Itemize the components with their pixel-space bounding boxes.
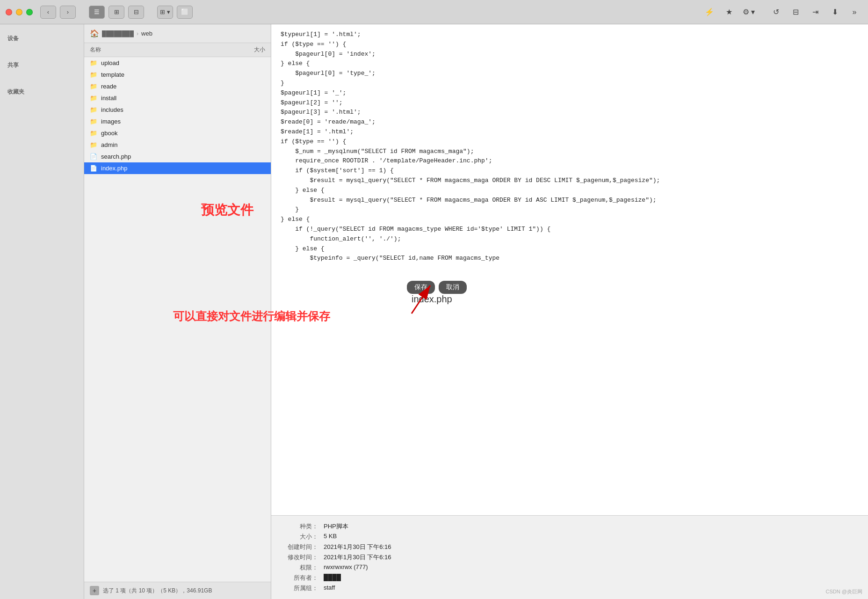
info-row-value: 2021年1月30日 下午6:16 [324,543,391,551]
info-row: 创建时间：2021年1月30日 下午6:16 [281,542,859,552]
cancel-button[interactable]: 取消 [439,281,467,294]
folder-icon: 📁 [90,71,97,78]
reload-icon-button[interactable]: ↺ [768,6,784,19]
info-row: 大小：5 KB [281,532,859,542]
info-row-value: PHP脚本 [324,522,348,531]
code-content[interactable]: $typeurl[1] = '.html'; if ($type == '') … [271,24,868,515]
info-row: 种类：PHP脚本 [281,521,859,532]
list-item[interactable]: 📁images [84,116,271,127]
list-item[interactable]: 📄index.php [84,162,271,174]
view-grid-button[interactable]: ⊟ [128,6,144,19]
view-cover-button[interactable]: ⬜ [177,6,193,19]
breadcrumb-path: web [141,30,152,37]
star-icon-button[interactable]: ★ [721,6,737,19]
traffic-lights [6,9,33,15]
list-item[interactable]: 📁template [84,69,271,80]
file-name: images [101,118,233,125]
info-row: 所有者：████ [281,573,859,583]
sidebar-section-devices: 设备 [4,32,80,44]
file-list-footer: + 选了 1 项（共 10 项）（5 KB），346.91GB [84,582,271,599]
info-row-value: 2021年1月30日 下午6:16 [324,553,391,562]
info-row-value: staff [324,584,335,592]
list-item[interactable]: 📁gbook [84,127,271,139]
info-row: 权限：rwxrwxrwx (777) [281,562,859,573]
info-row: 修改时间：2021年1月30日 下午6:16 [281,552,859,562]
info-row-label: 创建时间： [281,543,318,551]
terminal-icon-button[interactable]: ⊟ [788,6,803,19]
folder-icon: 📁 [90,141,97,148]
file-name: admin [101,141,233,148]
more-icon-button[interactable]: » [846,6,862,19]
maximize-button[interactable] [26,9,33,15]
breadcrumb: 🏠 ████████ › web [84,24,271,43]
list-item[interactable]: 📁includes [84,104,271,116]
download-icon-button[interactable]: ⬇ [827,6,843,19]
folder-icon: 📁 [90,83,97,90]
info-row-label: 大小： [281,533,318,541]
file-name: template [101,71,233,78]
file-browser: 🏠 ████████ › web 名称 大小 📁upload📁template📁… [84,24,271,599]
info-row-label: 种类： [281,522,318,531]
save-button[interactable]: 保存 [407,281,435,294]
file-name: gbook [101,130,233,137]
view-columns-button[interactable]: ⊞ [108,6,124,19]
action-buttons: 保存 取消 [407,281,467,294]
main-layout: 设备 共享 收藏夹 🏠 ████████ › web 名称 大小 📁upload… [0,24,868,599]
list-item[interactable]: 📁install [84,92,271,104]
back-button[interactable]: ‹ [40,6,56,19]
info-row-label: 所有者： [281,574,318,582]
info-row: 所属组：staff [281,583,859,593]
list-item[interactable]: 📁upload [84,57,271,69]
file-name: reade [101,83,233,90]
folder-icon: 📁 [90,106,97,113]
bolt-icon-button[interactable]: ⚡ [702,6,717,19]
folder-icon: 📁 [90,118,97,125]
file-icon: 📄 [90,153,97,160]
code-panel: $typeurl[1] = '.html'; if ($type == '') … [271,24,868,599]
view-list-button[interactable]: ☰ [89,6,105,19]
info-row-value: ████ [324,574,341,582]
sidebar-section-shared: 共享 [4,58,80,70]
file-name: install [101,95,233,102]
home-icon: 🏠 [90,29,99,38]
view-dropdown-button[interactable]: ⊞ ▾ [157,6,173,19]
breadcrumb-sep: › [137,30,138,37]
file-name: search.php [101,153,233,160]
add-item-button[interactable]: + [90,586,99,595]
file-list: 📁upload📁template📁reade📁install📁includes📁… [84,57,271,582]
col-size-label: 大小 [228,46,265,54]
folder-icon: 📁 [90,95,97,102]
file-icon: 📄 [90,165,97,172]
footer-status: 选了 1 项（共 10 项）（5 KB），346.91GB [103,587,212,595]
list-item[interactable]: 📁reade [84,80,271,92]
file-name: upload [101,59,233,66]
titlebar: ‹ › ☰ ⊞ ⊟ ⊞ ▾ ⬜ ⚡ ★ ⚙ ▾ ↺ ⊟ ⇥ ⬇ » [0,0,868,24]
list-item[interactable]: 📄search.php [84,151,271,162]
col-name-label: 名称 [90,46,228,54]
sidebar-section-favorites: 收藏夹 [4,85,80,97]
info-panel: 种类：PHP脚本大小：5 KB创建时间：2021年1月30日 下午6:16修改时… [271,515,868,599]
info-row-label: 权限： [281,563,318,572]
gear-icon-button[interactable]: ⚙ ▾ [741,6,757,19]
info-row-value: 5 KB [324,533,337,541]
sidebar: 设备 共享 收藏夹 [0,24,84,599]
file-list-header: 名称 大小 [84,43,271,57]
forward-button[interactable]: › [60,6,76,19]
info-row-label: 所属组： [281,584,318,592]
minimize-button[interactable] [16,9,22,15]
file-name: index.php [101,165,233,172]
breadcrumb-host: ████████ [102,30,134,37]
file-name: includes [101,106,233,113]
list-item[interactable]: 📁admin [84,139,271,151]
info-row-label: 修改时间： [281,553,318,562]
info-row-value: rwxrwxrwx (777) [324,563,368,572]
folder-icon: 📁 [90,59,97,66]
share-icon-button[interactable]: ⇥ [807,6,823,19]
folder-icon: 📁 [90,130,97,137]
close-button[interactable] [6,9,12,15]
